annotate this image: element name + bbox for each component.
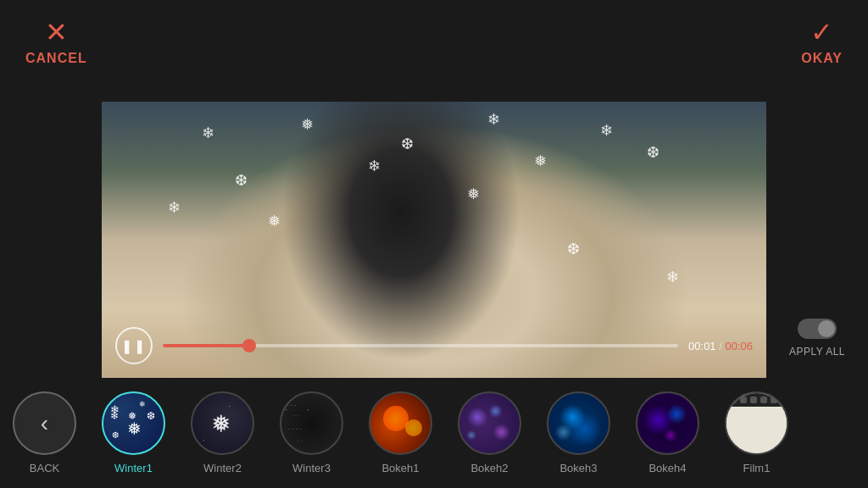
video-wrapper: ❄ ❅ ❆ ❄ ❅ ❄ ❆ ❄ ❅ ❆ ❄ ❅ ❆ ❄ ❚❚ [0,102,868,378]
video-container: ❄ ❅ ❆ ❄ ❅ ❄ ❆ ❄ ❅ ❆ ❄ ❅ ❆ ❄ ❚❚ [102,102,766,378]
apply-all-toggle-container [798,319,837,339]
bokeh3-filter-label: Bokeh3 [559,462,597,474]
film-strip-top [726,393,787,407]
top-bar: ✕ CANCEL ✓ OKAY [0,0,868,102]
bokeh4-filter-label: Bokeh4 [648,462,686,474]
bokeh2-filter-label: Bokeh2 [470,462,508,474]
bokeh4-filter-circle [636,391,699,455]
winter2-filter-circle: ❅ · · [191,391,254,455]
cancel-button[interactable]: ✕ CANCEL [17,15,96,69]
time-display: 00:01 / 00:06 [688,340,753,352]
bokeh3-filter-circle [547,391,610,455]
right-panel: APPLY ALL [766,102,868,378]
bokeh4-inner [637,393,698,453]
bokeh2-filter-circle [458,391,521,455]
bokeh3-filter-item[interactable]: Bokeh3 [534,391,623,474]
winter1-filter-label: Winter1 [114,462,153,474]
winter1-filter-item[interactable]: ❄ ❅ ❆ ❄ Winter1 [89,391,178,474]
winter3-filter-label: Winter3 [292,462,331,474]
video-controls: ❚❚ 00:01 / 00:06 [115,327,753,364]
film1-filter-item[interactable]: Film1 [712,391,801,474]
winter3-filter-circle: · · · · · · · · · · · [280,391,343,455]
bokeh3-inner [548,393,609,453]
filter-bar: ‹ BACK ❄ ❅ ❆ ❄ Winter1 ❅ · · Winter2 · ·… [0,378,868,488]
apply-all-label: APPLY ALL [789,346,845,358]
winter1-filter-circle: ❄ ❅ ❆ ❄ [102,391,165,455]
okay-button[interactable]: ✓ OKAY [793,15,851,69]
winter3-filter-item[interactable]: · · · · · · · · · · · Winter3 [267,391,356,474]
film1-filter-label: Film1 [743,462,771,474]
cancel-icon: ✕ [45,19,68,46]
progress-fill [163,344,249,347]
winter2-filter-label: Winter2 [203,462,242,474]
okay-label: OKAY [801,51,843,66]
winter2-filter-item[interactable]: ❅ · · Winter2 [178,391,267,474]
toggle-knob [818,320,835,337]
progress-thumb [242,339,256,352]
progress-bar[interactable] [163,344,678,347]
bokeh2-filter-item[interactable]: Bokeh2 [445,391,534,474]
film-hole [740,396,747,403]
bokeh1-filter-item[interactable]: Bokeh1 [356,391,445,474]
okay-icon: ✓ [810,19,833,46]
back-filter-label: BACK [30,462,59,474]
time-current: 00:01 [688,340,716,352]
bokeh4-filter-item[interactable]: Bokeh4 [623,391,712,474]
play-pause-button[interactable]: ❚❚ [115,327,153,364]
film-hole [750,396,757,403]
back-filter-item[interactable]: ‹ BACK [0,391,89,474]
film-main [726,407,787,453]
pause-icon: ❚❚ [121,338,147,354]
back-chevron-icon: ‹ [41,410,48,437]
film1-filter-circle [725,391,788,455]
cancel-label: CANCEL [25,51,87,66]
time-total: 00:06 [725,340,753,352]
film-hole [771,396,777,403]
apply-all-toggle[interactable] [798,319,837,339]
video-area: ❄ ❅ ❆ ❄ ❅ ❄ ❆ ❄ ❅ ❆ ❄ ❅ ❆ ❄ ❚❚ [102,102,766,378]
time-separator: / [716,340,726,352]
bokeh1-filter-circle [369,391,432,455]
bokeh1-filter-label: Bokeh1 [381,462,419,474]
bokeh2-dots [459,393,520,453]
film-hole [760,396,767,403]
back-circle[interactable]: ‹ [13,391,76,455]
film-hole [730,396,737,403]
